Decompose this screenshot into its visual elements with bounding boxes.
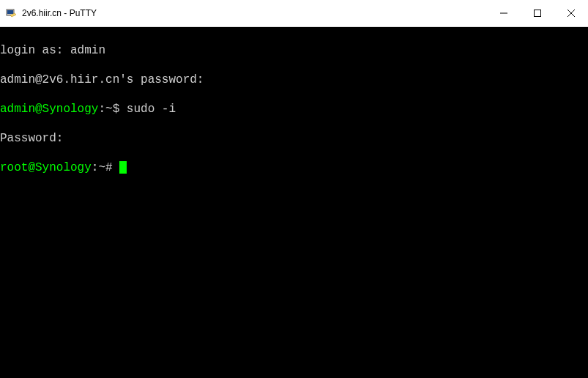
window-controls	[487, 0, 588, 26]
maximize-button[interactable]	[521, 0, 554, 26]
minimize-button[interactable]	[487, 0, 521, 26]
putty-icon	[4, 7, 18, 20]
svg-rect-1	[7, 10, 13, 14]
prompt-user-host: admin@Synology	[0, 103, 98, 116]
prompt-separator: :~$	[98, 103, 126, 116]
terminal-line: admin@2v6.hiir.cn's password:	[0, 73, 588, 87]
command-text: sudo -i	[127, 103, 176, 116]
terminal-line: admin@Synology:~$ sudo -i	[0, 102, 588, 116]
cursor-block-icon	[119, 161, 127, 174]
window-title: 2v6.hiir.cn - PuTTY	[22, 8, 487, 18]
login-prompt-label: login as:	[0, 44, 70, 57]
terminal-line: login as: admin	[0, 43, 588, 58]
prompt-separator: :~#	[92, 161, 119, 174]
close-button[interactable]	[554, 0, 588, 26]
svg-rect-3	[535, 10, 541, 17]
login-user-input: admin	[70, 44, 105, 57]
terminal-line: root@Synology:~#	[0, 160, 588, 175]
terminal-line: Password:	[0, 131, 588, 146]
terminal-area[interactable]: login as: admin admin@2v6.hiir.cn's pass…	[0, 27, 588, 378]
prompt-user-host: root@Synology	[0, 161, 92, 174]
titlebar: 2v6.hiir.cn - PuTTY	[0, 0, 588, 27]
